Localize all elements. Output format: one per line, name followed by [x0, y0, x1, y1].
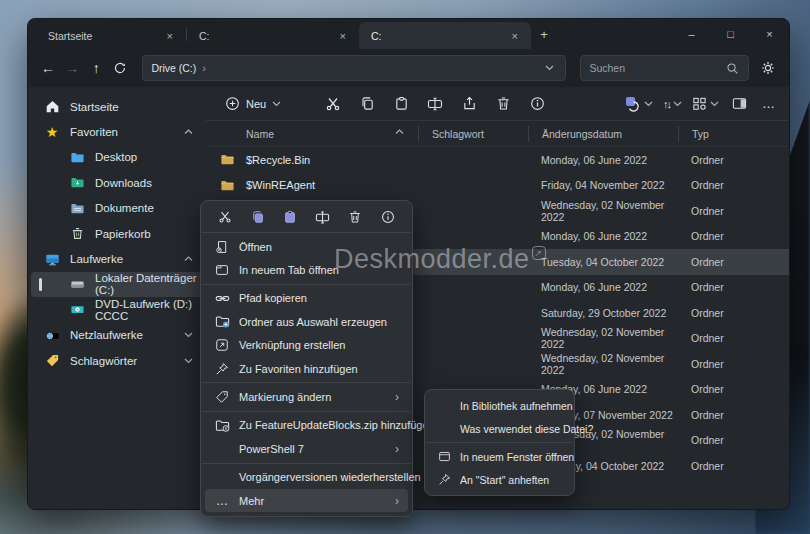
file-name[interactable]: $WinREAgent [246, 179, 418, 191]
submenu-icon-spacer [437, 398, 452, 413]
menu-item-label: In neuem Fenster öffnen [460, 451, 574, 463]
menu-separator [202, 463, 411, 464]
search-icon[interactable] [724, 60, 740, 76]
tab-startseite[interactable]: Startseite × [36, 22, 186, 49]
file-type: Ordner [678, 434, 789, 446]
maximize-button[interactable]: □ [711, 19, 750, 49]
address-bar[interactable]: Drive (C:) › [142, 55, 566, 81]
chevron-down-icon[interactable] [184, 332, 193, 338]
sidebar-item-dokumente[interactable]: Dokumente [31, 196, 203, 221]
sidebar-item-favoriten[interactable]: ★ Favoriten [31, 119, 203, 144]
forward-button[interactable]: → [62, 55, 82, 81]
view-button[interactable] [692, 96, 719, 111]
sidebar-item-downloads[interactable]: Downloads [31, 170, 203, 195]
column-header-typ[interactable]: Typ [678, 126, 789, 142]
sidebar-item-lokaler-datentraeger-c[interactable]: Lokaler Datenträger (C:) [31, 272, 203, 297]
close-button[interactable]: × [750, 19, 789, 49]
tab-close-icon[interactable]: × [335, 29, 351, 43]
copy-button[interactable] [357, 94, 377, 114]
menu-item-verknuepfung-erstellen[interactable]: Verknüpfung erstellen [205, 334, 408, 357]
tab-close-icon[interactable]: × [507, 29, 523, 43]
chevron-down-icon[interactable] [184, 358, 193, 364]
submenu-item-an-start-anheften[interactable]: An "Start" anheften [429, 468, 570, 491]
search-input[interactable] [589, 62, 724, 74]
file-date: Wednesday, 02 November 2022 [528, 352, 678, 376]
window-icon [437, 449, 452, 464]
back-button[interactable]: ← [38, 55, 58, 81]
chevron-up-icon[interactable] [184, 256, 193, 262]
sidebar-item-laufwerke[interactable]: Laufwerke [31, 246, 203, 271]
file-type: Ordner [678, 307, 789, 319]
paste-button[interactable] [391, 94, 411, 114]
menu-item-ordner-aus-auswahl-erzeugen[interactable]: Ordner aus Auswahl erzeugen [205, 310, 408, 333]
tab-close-icon[interactable]: × [162, 29, 178, 43]
settings-button[interactable] [757, 55, 779, 81]
copy-icon[interactable] [250, 209, 266, 225]
table-row[interactable]: $Recycle.BinMonday, 06 June 2022Ordner [206, 147, 789, 173]
more-options-button[interactable]: … [759, 94, 779, 114]
menu-item-pfad-kopieren[interactable]: Pfad kopieren [205, 287, 408, 310]
menu-item-zu-zip-hinzufuegen[interactable]: Zu FeatureUpdateBlocks.zip hinzufügen [205, 414, 408, 437]
link-icon [214, 290, 230, 306]
new-button[interactable]: Neu [220, 93, 285, 115]
sidebar-item-label: Lokaler Datenträger (C:) [95, 272, 203, 296]
info-button[interactable] [527, 94, 547, 114]
up-button[interactable]: ↑ [86, 55, 106, 81]
menu-item-label: Pfad kopieren [239, 292, 399, 304]
menu-item-zu-favoriten-hinzufuegen[interactable]: Zu Favoriten hinzufügen [205, 357, 408, 380]
sidebar-item-schlagwoerter[interactable]: Schlagwörter [31, 348, 203, 373]
details-pane-button[interactable] [729, 94, 749, 114]
open-icon [214, 239, 230, 255]
tab-c-1[interactable]: C: × [187, 22, 359, 49]
folder-downloads-icon [69, 175, 85, 191]
column-header-name[interactable]: Name [246, 126, 418, 142]
breadcrumb[interactable]: Drive (C:) [151, 62, 196, 74]
submenu-item-was-verwendet-diese-datei[interactable]: Was verwendet diese Datei? [429, 417, 570, 440]
new-tab-button[interactable]: + [531, 22, 557, 46]
sort-button[interactable]: ↑↓ [663, 98, 682, 110]
info-icon[interactable] [380, 209, 396, 225]
file-date: Tuesday, 04 October 2022 [528, 256, 678, 268]
file-name[interactable]: $Recycle.Bin [246, 154, 418, 166]
view-grid-icon [692, 96, 707, 111]
cut-button[interactable] [323, 94, 343, 114]
share-button[interactable] [459, 94, 479, 114]
details-pane-icon [732, 96, 747, 111]
paste-icon[interactable] [282, 209, 298, 225]
delete-icon[interactable] [347, 209, 363, 225]
chevron-down-icon[interactable] [541, 60, 557, 76]
network-drive-icon [44, 327, 60, 343]
submenu-item-in-neuem-fenster-oeffnen[interactable]: In neuem Fenster öffnen [429, 445, 570, 468]
chevron-up-icon[interactable] [184, 129, 193, 135]
menu-item-markierung-aendern[interactable]: Markierung ändern › [205, 385, 408, 408]
search-box[interactable] [580, 55, 749, 81]
column-header-schlagwort[interactable]: Schlagwort [418, 126, 528, 142]
cut-icon [325, 96, 341, 112]
column-header-row: Name Schlagwort Änderungsdatum Typ [206, 121, 789, 147]
sidebar-item-startseite[interactable]: Startseite [31, 94, 203, 119]
menu-item-label: Vorgängerversionen wiederherstellen [239, 471, 421, 483]
menu-item-powershell-7[interactable]: PowerShell 7 › [205, 437, 408, 460]
minimize-button[interactable]: – [672, 19, 711, 49]
breadcrumb-chevron-icon[interactable]: › [202, 62, 206, 74]
sidebar-item-desktop[interactable]: Desktop [31, 145, 203, 170]
submenu-item-in-bibliothek-aufnehmen[interactable]: In Bibliothek aufnehmen [429, 394, 570, 417]
menu-item-vorgaengerversionen[interactable]: Vorgängerversionen wiederherstellen [205, 466, 408, 489]
filter-button[interactable] [624, 95, 653, 112]
sidebar-item-dvd-laufwerk-d[interactable]: DVD-Laufwerk (D:) CCCC [31, 297, 203, 322]
cut-icon[interactable] [217, 209, 233, 225]
sidebar-item-netzlaufwerke[interactable]: Netzlaufwerke [31, 323, 203, 348]
file-type: Ordner [678, 332, 789, 344]
table-row[interactable]: $WinREAgentFriday, 04 November 2022Ordne… [206, 173, 789, 199]
menu-item-label: An "Start" anheften [460, 474, 549, 486]
sidebar-item-label: Schlagwörter [70, 355, 137, 367]
sidebar-item-papierkorb[interactable]: Papierkorb [31, 221, 203, 246]
folder-desktop-icon [69, 149, 85, 165]
column-header-aenderungsdatum[interactable]: Änderungsdatum [528, 126, 678, 142]
tab-c-2-active[interactable]: C: × [359, 22, 531, 49]
rename-icon[interactable] [315, 209, 331, 225]
delete-button[interactable] [493, 94, 513, 114]
rename-button[interactable] [425, 94, 445, 114]
refresh-button[interactable] [110, 55, 130, 81]
menu-item-mehr[interactable]: … Mehr › [205, 489, 408, 512]
